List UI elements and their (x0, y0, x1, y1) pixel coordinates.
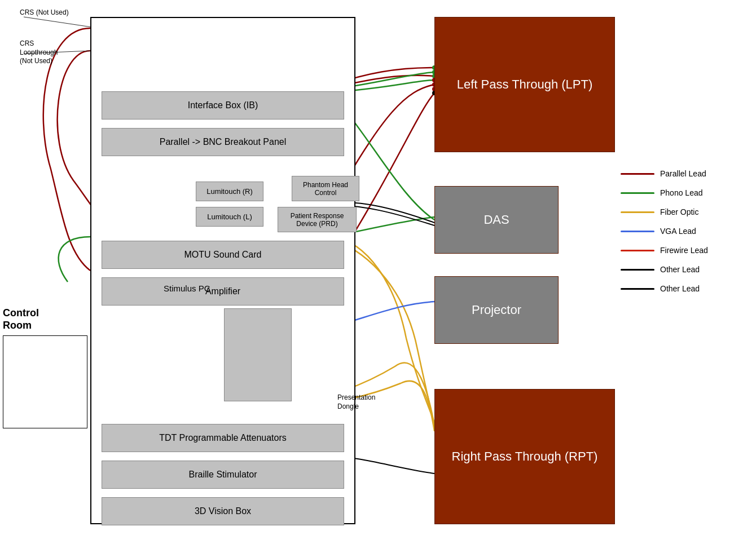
3dvision-component: 3D Vision Box (102, 497, 344, 525)
rpt-box: Right Pass Through (RPT) (434, 389, 615, 524)
other-lead-line-1 (621, 269, 654, 271)
presentation-dongle-label: PresentationDongle (337, 393, 375, 411)
interface-box-component: Interface Box (IB) (102, 91, 344, 120)
motu-component: MOTU Sound Card (102, 241, 344, 269)
legend-other2: Other Lead (621, 284, 708, 293)
legend: Parallel Lead Phono Lead Fiber Optic VGA… (621, 169, 708, 303)
projector-box: Projector (434, 276, 559, 344)
other-lead-line-2 (621, 288, 654, 290)
parallel-bnc-component: Parallel -> BNC Breakout Panel (102, 128, 344, 156)
prd-component: Patient ResponseDevice (PRD) (278, 207, 357, 232)
vga-lead-line (621, 231, 654, 232)
legend-vga: VGA Lead (621, 227, 708, 236)
control-room-label: ControlRoom (3, 307, 39, 331)
diagram-container: CRS (Not Used) CRSLoopthrough(Not Used) … (0, 0, 756, 553)
tdt-component: TDT Programmable Attenuators (102, 424, 344, 452)
phantom-head-component: Phantom HeadControl (292, 176, 359, 201)
parallel-lead-line (621, 173, 654, 175)
amplifier-component: Amplifier (102, 277, 344, 306)
firewire-lead-line (621, 250, 654, 251)
das-box: DAS (434, 186, 559, 254)
lumitouch-r-component: Lumitouch (R) (196, 182, 263, 201)
stimulus-pc-box (224, 308, 292, 401)
braille-component: Braille Stimulator (102, 461, 344, 489)
crs-loopthrough-label: CRSLoopthrough(Not Used) (20, 39, 58, 66)
lumitouch-l-component: Lumitouch (L) (196, 207, 263, 227)
legend-phono: Phono Lead (621, 188, 708, 197)
control-room-box: USB ExtensionMouseKeyboard (3, 335, 87, 428)
legend-parallel: Parallel Lead (621, 169, 708, 178)
legend-firewire: Firewire Lead (621, 246, 708, 255)
lpt-box: Left Pass Through (LPT) (434, 17, 615, 152)
crs-not-used-label: CRS (Not Used) (20, 8, 69, 17)
legend-fiber: Fiber Optic (621, 207, 708, 216)
stimulus-pc-label: Stimulus PC (164, 284, 210, 293)
svg-line-7 (24, 17, 91, 27)
rack-box: Interface Box (IB) Parallel -> BNC Break… (90, 17, 355, 524)
phono-lead-line (621, 192, 654, 194)
fiber-optic-line (621, 211, 654, 213)
legend-other1: Other Lead (621, 265, 708, 274)
